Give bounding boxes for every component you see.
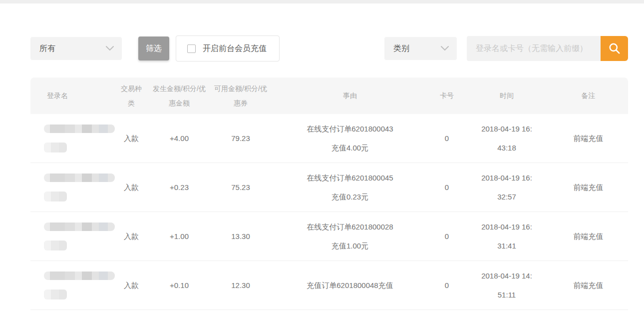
table-row: 入款 +0.23 75.23 在线支付订单6201800045 充值0.23元 … (30, 163, 628, 212)
transaction-type: 入款 (114, 129, 148, 148)
recharge-records-table: 登录名 交易种 类 发生金额/积分/优 惠金额 可用金额/积分/优 惠券 事由 … (30, 78, 628, 310)
header-transaction-type: 交易种 类 (114, 82, 148, 110)
recharge-records-panel: 所有 筛选 开启前台会员充值 类别 (30, 36, 628, 310)
search-input[interactable] (467, 36, 601, 61)
amount-change: +0.23 (148, 178, 210, 197)
redacted-text-block (44, 290, 67, 300)
available-balance: 13.30 (210, 227, 271, 246)
amount-change: +4.00 (148, 129, 210, 148)
header-reason: 事由 (271, 88, 429, 103)
scope-dropdown-value: 所有 (39, 44, 55, 54)
redacted-text-block (44, 192, 67, 202)
timestamp: 2018-04-19 16: 31:41 (465, 218, 549, 256)
note: 前端充值 (549, 227, 628, 246)
header-note: 备注 (549, 88, 628, 103)
redacted-text-block (44, 272, 115, 280)
redacted-text-block (44, 222, 115, 231)
login-redacted (30, 174, 114, 202)
header-time: 时间 (465, 88, 549, 103)
search-group (467, 36, 628, 61)
amount-change: +0.10 (148, 276, 210, 295)
timestamp: 2018-04-19 16: 32:57 (465, 168, 549, 206)
note: 前端充值 (549, 178, 628, 197)
table-row: 入款 +0.10 12.30 充值订单6201800048充值 0 2018-0… (30, 261, 628, 310)
table-header-row: 登录名 交易种 类 发生金额/积分/优 惠金额 可用金额/积分/优 惠券 事由 … (30, 78, 628, 114)
filter-button[interactable]: 筛选 (138, 36, 169, 60)
front-desk-recharge-checkbox[interactable] (187, 44, 196, 53)
timestamp: 2018-04-19 16: 43:18 (465, 120, 549, 158)
header-amount-change: 发生金额/积分/优 惠金额 (148, 82, 210, 110)
header-card-number: 卡号 (429, 88, 465, 103)
card-number: 0 (429, 227, 465, 246)
redacted-text-block (44, 240, 67, 250)
note: 前端充值 (549, 129, 628, 148)
redacted-text-block (44, 124, 115, 133)
redacted-text-block (44, 174, 115, 182)
amount-change: +1.00 (148, 227, 210, 246)
transaction-type: 入款 (114, 276, 148, 295)
category-dropdown-value: 类别 (393, 44, 409, 54)
login-redacted (30, 222, 114, 250)
reason: 在线支付订单6201800028 充值1.00元 (271, 218, 429, 256)
timestamp: 2018-04-19 14: 51:11 (465, 266, 549, 304)
card-number: 0 (429, 276, 465, 295)
redacted-text-block (44, 142, 67, 152)
login-redacted (30, 272, 114, 300)
table-row: 入款 +1.00 13.30 在线支付订单6201800028 充值1.00元 … (30, 212, 628, 261)
header-available: 可用金额/积分/优 惠券 (210, 82, 271, 110)
category-dropdown[interactable]: 类别 (384, 37, 457, 60)
filter-bar: 所有 筛选 开启前台会员充值 类别 (30, 36, 628, 62)
front-desk-recharge-checkbox-group[interactable]: 开启前台会员充值 (176, 36, 280, 62)
transaction-type: 入款 (114, 178, 148, 197)
search-icon (608, 42, 621, 55)
transaction-type: 入款 (114, 227, 148, 246)
reason: 在线支付订单6201800043 充值4.00元 (271, 120, 429, 158)
available-balance: 79.23 (210, 129, 271, 148)
search-button[interactable] (601, 36, 628, 61)
available-balance: 12.30 (210, 276, 271, 295)
header-login: 登录名 (30, 88, 114, 103)
note: 前端充值 (549, 276, 628, 295)
available-balance: 75.23 (210, 178, 271, 197)
chevron-down-icon (106, 46, 114, 51)
table-row: 入款 +4.00 79.23 在线支付订单6201800043 充值4.00元 … (30, 114, 628, 163)
card-number: 0 (429, 178, 465, 197)
login-redacted (30, 124, 114, 152)
top-divider (0, 0, 644, 4)
chevron-down-icon (441, 46, 449, 51)
front-desk-recharge-checkbox-label: 开启前台会员充值 (203, 44, 267, 54)
card-number: 0 (429, 129, 465, 148)
scope-dropdown[interactable]: 所有 (30, 37, 122, 60)
reason: 充值订单6201800048充值 (271, 276, 429, 295)
reason: 在线支付订单6201800045 充值0.23元 (271, 168, 429, 206)
